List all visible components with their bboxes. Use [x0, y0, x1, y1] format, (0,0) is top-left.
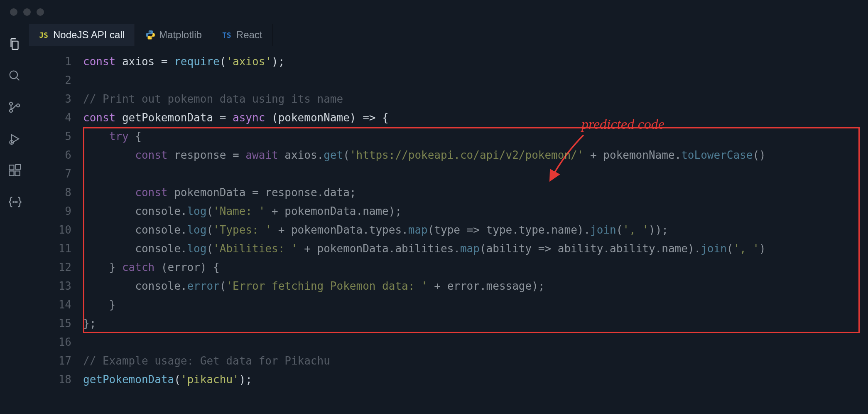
line-number: 1 [29, 52, 83, 71]
code-line[interactable]: 14 } [29, 296, 868, 314]
editor-window: JSNodeJS API callMatplotlibTSReact predi… [0, 0, 868, 414]
line-number: 14 [29, 296, 83, 314]
code-line[interactable]: 2 [29, 71, 868, 90]
code-line[interactable]: 1const axios = require('axios'); [29, 52, 868, 71]
line-number: 9 [29, 202, 83, 221]
line-content[interactable] [83, 165, 868, 183]
line-number: 10 [29, 221, 83, 239]
svg-point-2 [10, 109, 12, 112]
code-line[interactable]: 9 console.log('Name: ' + pokemonData.nam… [29, 202, 868, 221]
line-number: 2 [29, 71, 83, 90]
code-line[interactable]: 7 [29, 165, 868, 183]
line-number: 15 [29, 314, 83, 333]
line-content[interactable]: const response = await axios.get('https:… [83, 146, 868, 165]
tab-bar: JSNodeJS API callMatplotlibTSReact [29, 24, 868, 46]
window-minimize-button[interactable] [23, 8, 31, 16]
code-editor[interactable]: predicted code 1const axios = require('a… [29, 46, 868, 414]
code-line[interactable]: 17// Example usage: Get data for Pikachu [29, 352, 868, 370]
search-icon[interactable] [7, 68, 22, 83]
svg-point-10 [15, 202, 16, 202]
code-line[interactable]: 5 try { [29, 127, 868, 146]
code-line[interactable]: 16 [29, 333, 868, 352]
line-content[interactable]: const axios = require('axios'); [83, 52, 868, 71]
code-line[interactable]: 12 } catch (error) { [29, 258, 868, 277]
line-content[interactable]: try { [83, 127, 868, 146]
activity-bar [0, 24, 29, 414]
svg-rect-6 [9, 171, 14, 175]
window-zoom-button[interactable] [37, 8, 44, 16]
explorer-icon[interactable] [7, 37, 22, 52]
code-line[interactable]: 4const getPokemonData = async (pokemonNa… [29, 108, 868, 127]
tab-label: Matplotlib [159, 29, 202, 41]
svg-rect-8 [16, 165, 20, 169]
svg-point-9 [13, 202, 14, 202]
code-line[interactable]: 13 console.error('Error fetching Pokemon… [29, 277, 868, 296]
code-line[interactable]: 18getPokemonData('pikachu'); [29, 370, 868, 389]
tab-matplotlib[interactable]: Matplotlib [135, 24, 212, 46]
code-line[interactable]: 15}; [29, 314, 868, 333]
code-line[interactable]: 11 console.log('Abilities: ' + pokemonDa… [29, 239, 868, 258]
source-control-icon[interactable] [7, 100, 22, 115]
line-number: 4 [29, 108, 83, 127]
line-content[interactable]: getPokemonData('pikachu'); [83, 370, 868, 389]
json-view-icon[interactable] [7, 195, 22, 209]
line-content[interactable]: }; [83, 314, 868, 333]
window-close-button[interactable] [10, 8, 17, 16]
tab-label: React [236, 29, 262, 41]
line-content[interactable]: console.log('Name: ' + pokemonData.name)… [83, 202, 868, 221]
line-content[interactable]: const pokemonData = response.data; [83, 183, 868, 202]
svg-point-1 [10, 102, 12, 105]
line-content[interactable] [83, 71, 868, 90]
svg-rect-5 [9, 165, 14, 170]
line-number: 7 [29, 165, 83, 183]
line-number: 5 [29, 127, 83, 146]
tab-react[interactable]: TSReact [212, 24, 273, 46]
code-line[interactable]: 3// Print out pokemon data using its nam… [29, 90, 868, 108]
line-content[interactable]: console.error('Error fetching Pokemon da… [83, 277, 868, 296]
line-number: 17 [29, 352, 83, 370]
line-content[interactable]: console.log('Abilities: ' + pokemonData.… [83, 239, 868, 258]
ts-file-icon: TS [222, 31, 231, 39]
editor-area: JSNodeJS API callMatplotlibTSReact predi… [29, 24, 868, 414]
line-number: 12 [29, 258, 83, 277]
line-number: 16 [29, 333, 83, 352]
tab-label: NodeJS API call [53, 29, 125, 41]
line-content[interactable]: } catch (error) { [83, 258, 868, 277]
line-content[interactable]: } [83, 296, 868, 314]
line-number: 8 [29, 183, 83, 202]
line-content[interactable]: console.log('Types: ' + pokemonData.type… [83, 221, 868, 239]
body-area: JSNodeJS API callMatplotlibTSReact predi… [0, 24, 868, 414]
svg-point-11 [17, 202, 17, 202]
svg-rect-7 [15, 171, 20, 175]
line-number: 18 [29, 370, 83, 389]
code-line[interactable]: 8 const pokemonData = response.data; [29, 183, 868, 202]
code-line[interactable]: 10 console.log('Types: ' + pokemonData.t… [29, 221, 868, 239]
line-content[interactable]: const getPokemonData = async (pokemonNam… [83, 108, 868, 127]
js-file-icon: JS [39, 31, 48, 39]
line-number: 3 [29, 90, 83, 108]
py-file-icon [145, 30, 154, 40]
svg-point-3 [17, 104, 20, 107]
line-number: 11 [29, 239, 83, 258]
line-number: 13 [29, 277, 83, 296]
line-content[interactable]: // Example usage: Get data for Pikachu [83, 352, 868, 370]
code-line[interactable]: 6 const response = await axios.get('http… [29, 146, 868, 165]
line-content[interactable] [83, 333, 868, 352]
run-debug-icon[interactable] [7, 131, 22, 146]
svg-point-0 [10, 71, 17, 79]
extensions-icon[interactable] [7, 163, 22, 178]
line-number: 6 [29, 146, 83, 165]
tab-nodejs-api-call[interactable]: JSNodeJS API call [29, 24, 135, 46]
line-content[interactable]: // Print out pokemon data using its name [83, 90, 868, 108]
titlebar [0, 0, 868, 24]
